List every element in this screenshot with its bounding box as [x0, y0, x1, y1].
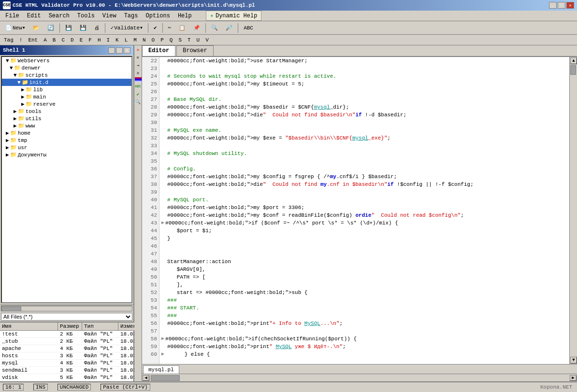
file-row[interactable]: apache4 КБФайл "PL"18.03.201: [0, 345, 133, 352]
code-line[interactable]: #0000cc;font-weight:bold;">use StartMana…: [161, 57, 567, 65]
right-scrollbar[interactable]: ▲ ▼: [569, 57, 577, 364]
code-line[interactable]: [161, 327, 567, 335]
tree-item-документы[interactable]: ▶📁Документы: [2, 151, 131, 158]
code-line[interactable]: }: [161, 235, 567, 242]
checkmark-button[interactable]: ✔: [150, 23, 160, 33]
code-line[interactable]: #0000cc;font-weight:bold;">my $exe = "$b…: [161, 134, 567, 142]
code-line[interactable]: [161, 65, 567, 72]
shell-close[interactable]: ✕: [124, 47, 130, 54]
new-dropdown-arrow[interactable]: ▼: [23, 26, 25, 30]
code-line[interactable]: # Config.: [161, 165, 567, 173]
tab-browser[interactable]: Browser: [176, 45, 213, 56]
copy-button[interactable]: 📋: [175, 23, 189, 33]
code-line[interactable]: ### START.: [161, 304, 567, 312]
file-tab-mysql[interactable]: mysql.pl: [143, 365, 179, 374]
code-line[interactable]: ▶ } else {: [161, 350, 567, 358]
tree-scrollbar[interactable]: [0, 304, 133, 312]
tree-item-lib[interactable]: ▶📁lib: [2, 86, 131, 93]
tag-a[interactable]: A: [42, 37, 49, 43]
save-button[interactable]: 💾: [62, 23, 75, 33]
maximize-button[interactable]: □: [558, 2, 565, 9]
code-line[interactable]: start => #0000cc;font-weight:bold;">sub …: [161, 289, 567, 296]
code-line[interactable]: PATH => [: [161, 273, 567, 281]
code-line[interactable]: #0000cc;font-weight:bold;">die " Could n…: [161, 111, 567, 119]
code-line[interactable]: [161, 157, 567, 165]
code-line[interactable]: #0000cc;font-weight:bold;">print "+ Info…: [161, 320, 567, 327]
tag-t[interactable]: T: [186, 37, 193, 43]
tree-item-reserve[interactable]: ▶📁reserve: [2, 100, 131, 108]
menu-search[interactable]: Search: [45, 11, 73, 21]
tag-i[interactable]: I: [105, 37, 112, 43]
tag-f[interactable]: F: [87, 37, 94, 43]
tree-item-init.d[interactable]: ▼📁init.d: [2, 79, 131, 86]
tag-l[interactable]: L: [123, 37, 130, 43]
print-button[interactable]: 🖨: [91, 23, 103, 33]
tag-u[interactable]: U: [195, 37, 202, 43]
save-all-button[interactable]: 💾: [76, 23, 90, 33]
open-button[interactable]: 📂: [29, 23, 43, 33]
tree-item-usr[interactable]: ▶📁usr: [2, 144, 131, 151]
validate-button[interactable]: ✓ Validate ▼: [107, 23, 146, 33]
code-line[interactable]: # Base MySQL dir.: [161, 96, 567, 103]
tag-s[interactable]: S: [176, 37, 184, 43]
tree-item-main[interactable]: ▶📁main: [2, 93, 131, 100]
code-line[interactable]: ###: [161, 296, 567, 304]
tree-item-webservers[interactable]: ▼📁WebServers: [2, 57, 131, 64]
tag-tag[interactable]: Tag: [2, 37, 15, 43]
new-button[interactable]: 📄 New ▼: [2, 23, 29, 33]
spellcheck-button[interactable]: ABC: [240, 23, 257, 33]
minimize-button[interactable]: _: [549, 2, 557, 9]
code-line[interactable]: [161, 242, 567, 250]
search-file-btn[interactable]: 🔍: [135, 98, 142, 105]
menu-tags[interactable]: Tags: [121, 11, 142, 21]
menu-file[interactable]: File: [2, 11, 23, 21]
code-area[interactable]: #0000cc;font-weight:bold;">use StartMana…: [159, 57, 569, 364]
menu-options[interactable]: Options: [142, 11, 173, 21]
file-filter-select[interactable]: All Files (*.*): [1, 313, 132, 321]
reload-button[interactable]: 🔄: [44, 23, 58, 33]
menu-help[interactable]: Help: [174, 11, 195, 21]
tree-item-tools[interactable]: ▶📁tools: [2, 108, 131, 115]
code-line[interactable]: ▶#0000cc;font-weight:bold;">if ($conf =~…: [161, 219, 567, 227]
replace-button[interactable]: 🔎: [222, 23, 236, 33]
code-line[interactable]: $ARGV[0],: [161, 266, 567, 273]
code-line[interactable]: [161, 88, 567, 96]
indent-tool-btn[interactable]: ⇥: [135, 62, 142, 69]
menu-edit[interactable]: Edit: [24, 11, 44, 21]
code-line[interactable]: ###: [161, 312, 567, 320]
search-button[interactable]: 🔍: [208, 23, 221, 33]
tag-n[interactable]: N: [141, 37, 148, 43]
h-scroll-thumb[interactable]: [151, 375, 180, 381]
tag-p[interactable]: P: [159, 37, 166, 43]
check-tool-btn[interactable]: ✔: [135, 91, 142, 98]
dynamic-help-tab[interactable]: ✦ Dynamic Help: [206, 11, 262, 21]
tree-item-scripts[interactable]: ▼📁scripts: [2, 71, 131, 79]
tag-d[interactable]: D: [69, 37, 76, 43]
shell-minimize[interactable]: _: [108, 47, 115, 54]
code-line[interactable]: #0000cc;font-weight:bold;">my $port = 33…: [161, 204, 567, 211]
tag-[interactable]: !: [17, 37, 25, 43]
col-size[interactable]: Размер: [58, 322, 82, 330]
format-tool-btn[interactable]: ≡: [135, 54, 142, 61]
file-row[interactable]: mysql4 КБФайл "PL"18.03.201: [0, 360, 133, 367]
tree-item-tmp[interactable]: ▶📁tmp: [2, 137, 131, 144]
code-line[interactable]: #0000cc;font-weight:bold;">my $conf = re…: [161, 211, 567, 219]
tree-item-home[interactable]: ▶📁home: [2, 129, 131, 137]
code-line[interactable]: #0000cc;font-weight:bold;">print " MySQL…: [161, 343, 567, 350]
flag-tool-btn[interactable]: [135, 77, 142, 82]
code-line[interactable]: ],: [161, 281, 567, 289]
code-line[interactable]: StartManager::action: [161, 258, 567, 266]
horizontal-scrollbar[interactable]: ◀ ▶: [142, 374, 577, 381]
file-row[interactable]: vdisk5 КБФайл "PL"18.03.201: [0, 374, 133, 381]
menu-view[interactable]: View: [99, 11, 120, 21]
tag-k[interactable]: K: [114, 37, 121, 43]
validate-tool-btn[interactable]: ✕: [135, 46, 142, 53]
comment-tool-btn[interactable]: #: [135, 70, 142, 76]
close-button[interactable]: ✕: [566, 2, 574, 9]
code-line[interactable]: # Seconds to wait mysql stop while resta…: [161, 72, 567, 80]
code-line[interactable]: #0000cc;font-weight:bold;">die " Could n…: [161, 181, 567, 188]
shell-maximize[interactable]: □: [116, 47, 123, 54]
tag-v[interactable]: V: [203, 37, 211, 43]
col-name[interactable]: Имя: [0, 322, 58, 330]
fold-marker[interactable]: ▶: [161, 350, 164, 358]
